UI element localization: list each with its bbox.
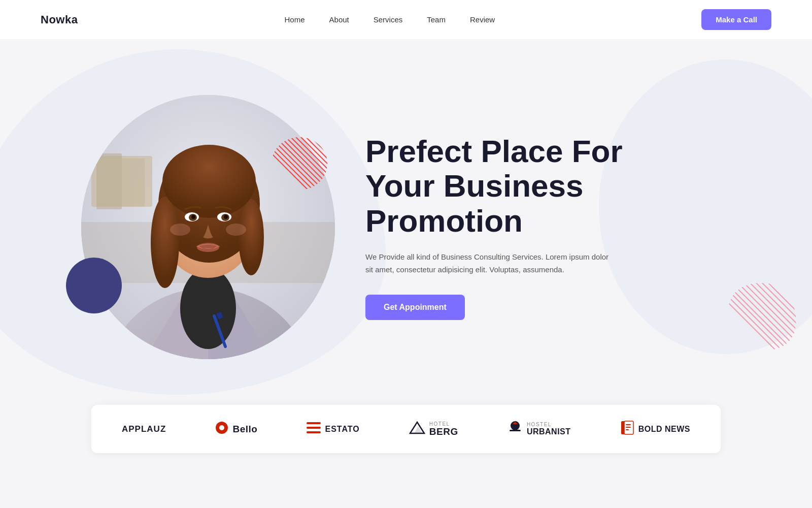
svg-point-29 [162, 145, 256, 218]
nav-home[interactable]: Home [285, 15, 305, 24]
svg-point-28 [239, 199, 264, 275]
berg-icon [409, 421, 425, 437]
logo: Nowka [41, 13, 78, 26]
svg-rect-18 [122, 158, 145, 207]
brand-estato: ESTATO [307, 422, 359, 436]
get-appointment-button[interactable]: Get Appoinment [365, 295, 465, 320]
brand-berg: HOTEL BERG [409, 421, 458, 437]
make-call-button[interactable]: Make a Call [701, 9, 771, 30]
brand-bello-label: Bello [232, 424, 257, 435]
hero-image-wrap [51, 95, 335, 359]
svg-line-3 [269, 136, 330, 192]
urbanist-icon [507, 421, 523, 437]
svg-line-45 [733, 278, 802, 354]
hero-circle-image [81, 95, 335, 359]
bello-icon [215, 421, 228, 437]
svg-rect-67 [626, 429, 629, 430]
svg-rect-57 [307, 431, 321, 433]
svg-line-44 [727, 278, 802, 354]
svg-line-9 [299, 136, 330, 192]
svg-rect-61 [510, 430, 521, 431]
svg-line-7 [289, 136, 330, 192]
brand-urbanist-text: HOSTEL URBANIST [527, 422, 571, 436]
svg-line-49 [757, 278, 802, 354]
nav-team[interactable]: Team [427, 15, 446, 24]
svg-rect-56 [307, 427, 321, 429]
svg-rect-1 [269, 136, 330, 192]
brand-estato-label: ESTATO [325, 425, 359, 434]
deco-circle-dark [66, 258, 122, 313]
svg-rect-66 [626, 427, 631, 428]
hero-title: Prefect Place For Your Business Promotio… [365, 134, 660, 238]
hero-subtitle: We Provide all kind of Business Consulti… [365, 250, 609, 276]
brand-urbanist-label: URBANIST [527, 427, 571, 436]
hero-content: Prefect Place For Your Business Promotio… [365, 134, 660, 320]
brand-bello: Bello [215, 421, 257, 437]
hero-section: Prefect Place For Your Business Promotio… [0, 39, 812, 415]
svg-point-36 [197, 243, 219, 252]
svg-point-35 [224, 215, 228, 219]
brand-boldnews-label: BOLD NEWS [638, 425, 690, 434]
deco-hatch-red [269, 136, 330, 192]
estato-icon [307, 422, 321, 436]
svg-line-52 [721, 278, 790, 354]
brand-berg-text: HOTEL BERG [429, 421, 458, 437]
boldnews-icon [620, 420, 634, 438]
brand-boldnews: BOLD NEWS [620, 420, 690, 438]
deco-hatch-pink [721, 278, 802, 354]
brand-applauz-label: APPLAUZ [122, 424, 166, 434]
nav-links: Home About Services Team Review [285, 15, 495, 24]
svg-rect-55 [307, 422, 321, 424]
navbar: Nowka Home About Services Team Review Ma… [0, 0, 812, 39]
svg-point-54 [219, 425, 224, 430]
brand-applauz: APPLAUZ [122, 424, 166, 434]
svg-point-27 [151, 197, 179, 288]
svg-point-34 [191, 215, 195, 219]
svg-line-2 [269, 136, 330, 192]
nav-about[interactable]: About [329, 15, 349, 24]
nav-services[interactable]: Services [374, 15, 403, 24]
svg-point-38 [226, 224, 246, 236]
brand-urbanist: HOSTEL URBANIST [507, 421, 571, 437]
brands-bar: APPLAUZ Bello ESTATO [91, 405, 721, 453]
svg-point-23 [180, 268, 236, 349]
brand-berg-label: BERG [429, 427, 458, 437]
nav-review[interactable]: Review [470, 15, 495, 24]
svg-point-37 [170, 224, 190, 236]
svg-rect-17 [96, 153, 122, 209]
svg-rect-65 [626, 424, 631, 425]
